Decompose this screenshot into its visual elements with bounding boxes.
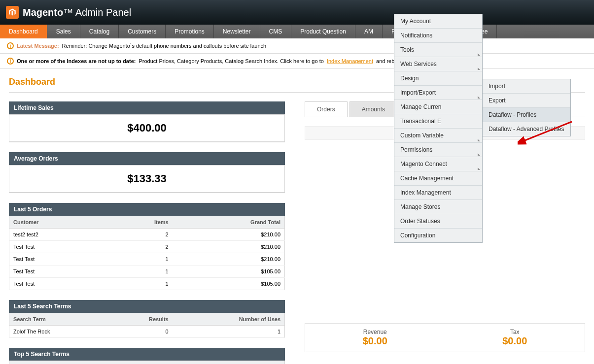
col-header: Items: [107, 216, 173, 229]
table-row[interactable]: Test Test1$105.00: [9, 265, 285, 278]
menu-notifications[interactable]: Notifications: [394, 29, 482, 43]
index-management-link[interactable]: Index Management: [327, 58, 373, 64]
menu-manage-curren[interactable]: Manage Curren: [394, 100, 482, 114]
system-dropdown: My AccountNotificationsToolsWeb Services…: [394, 14, 483, 243]
last5orders-header: Last 5 Orders: [9, 203, 285, 216]
menu-cache-management[interactable]: Cache Management: [394, 171, 482, 186]
menu-my-account[interactable]: My Account: [394, 14, 482, 29]
tax-value: $0.00: [450, 335, 580, 347]
submenu-import[interactable]: Import: [483, 79, 570, 94]
menu-index-management[interactable]: Index Management: [394, 186, 482, 200]
menu-design[interactable]: Design: [394, 71, 482, 86]
nav-customers[interactable]: Customers: [119, 25, 166, 38]
index-message-label: One or more of the Indexes are not up to…: [17, 58, 136, 64]
table-row[interactable]: Test Test2$210.00: [9, 241, 285, 253]
submenu-export[interactable]: Export: [483, 94, 570, 108]
logo: Magento™ Admin Panel: [6, 6, 131, 19]
submenu-dataflow-profiles[interactable]: Dataflow - Profiles: [483, 108, 570, 122]
latest-message: i Latest Message: Reminder: Change Magen…: [0, 38, 594, 54]
col-header: Grand Total: [173, 216, 285, 229]
nav-dashboard[interactable]: Dashboard: [0, 25, 47, 38]
nav-am[interactable]: AM: [355, 25, 383, 38]
average-orders-header: Average Orders: [9, 152, 285, 165]
revenue-label: Revenue: [310, 329, 440, 335]
table-row[interactable]: test2 test22$210.00: [9, 229, 285, 241]
col-header: Customer: [9, 216, 108, 229]
col-header: Results: [110, 313, 173, 326]
brand-suffix: Admin Panel: [75, 7, 131, 18]
table-row[interactable]: Test Test1$210.00: [9, 253, 285, 265]
tab-orders[interactable]: Orders: [305, 101, 348, 117]
magento-icon: [6, 6, 19, 19]
col-header: Search Term: [9, 361, 110, 364]
nav-newsletter[interactable]: Newsletter: [214, 25, 260, 38]
menu-magento-connect[interactable]: Magento Connect: [394, 157, 482, 171]
last5orders-table: CustomerItemsGrand Totaltest2 test22$210…: [9, 216, 285, 290]
info-icon: i: [7, 42, 14, 49]
tab-amounts[interactable]: Amounts: [349, 101, 397, 117]
brand-name: Magento: [23, 7, 63, 18]
info-icon: i: [7, 58, 14, 65]
import-export-submenu: ImportExportDataflow - ProfilesDataflow …: [482, 79, 571, 136]
lifetime-sales-header: Lifetime Sales: [9, 101, 285, 114]
nav-cms[interactable]: CMS: [260, 25, 292, 38]
index-message: i One or more of the Indexes are not up …: [0, 54, 594, 69]
menu-tools[interactable]: Tools: [394, 43, 482, 57]
menu-configuration[interactable]: Configuration: [394, 229, 482, 242]
nav-promotions[interactable]: Promotions: [166, 25, 214, 38]
submenu-dataflow-advanced-profiles[interactable]: Dataflow - Advanced Profiles: [483, 122, 570, 136]
main-nav: DashboardSalesCatalogCustomersPromotions…: [0, 25, 594, 38]
table-row[interactable]: Zolof The Rock01: [9, 326, 285, 338]
last5search-table: Search TermResultsNumber of UsesZolof Th…: [9, 313, 285, 338]
nav-catalog[interactable]: Catalog: [80, 25, 119, 38]
menu-permissions[interactable]: Permissions: [394, 143, 482, 157]
nav-sales[interactable]: Sales: [47, 25, 80, 38]
revenue-summary: Revenue $0.00 Tax $0.00: [305, 323, 585, 352]
menu-web-services[interactable]: Web Services: [394, 57, 482, 71]
col-header: Number of Uses: [173, 361, 285, 364]
top5search-header: Top 5 Search Terms: [9, 348, 285, 361]
col-header: Results: [110, 361, 173, 364]
nav-product-question[interactable]: Product Question: [291, 25, 355, 38]
col-header: Number of Uses: [173, 313, 285, 326]
col-header: Search Term: [9, 313, 110, 326]
index-message-pre: Product Prices, Category Products, Catal…: [139, 58, 323, 64]
latest-message-text: Reminder: Change Magento`s default phone…: [62, 43, 267, 49]
lifetime-sales-value: $400.00: [9, 114, 285, 142]
tax-label: Tax: [450, 329, 580, 335]
header: Magento™ Admin Panel: [0, 0, 594, 25]
latest-message-label: Latest Message:: [17, 43, 59, 49]
top5search-table: Search TermResultsNumber of UsesZolof Th…: [9, 361, 285, 364]
menu-custom-variable[interactable]: Custom Variable: [394, 129, 482, 143]
menu-import-export[interactable]: Import/Export: [394, 86, 482, 100]
revenue-value: $0.00: [310, 335, 440, 347]
table-row[interactable]: Test Test1$105.00: [9, 278, 285, 290]
menu-order-statuses[interactable]: Order Statuses: [394, 214, 482, 229]
last5search-header: Last 5 Search Terms: [9, 300, 285, 313]
menu-manage-stores[interactable]: Manage Stores: [394, 200, 482, 214]
average-orders-value: $133.33: [9, 165, 285, 193]
menu-transactional-e[interactable]: Transactional E: [394, 114, 482, 129]
